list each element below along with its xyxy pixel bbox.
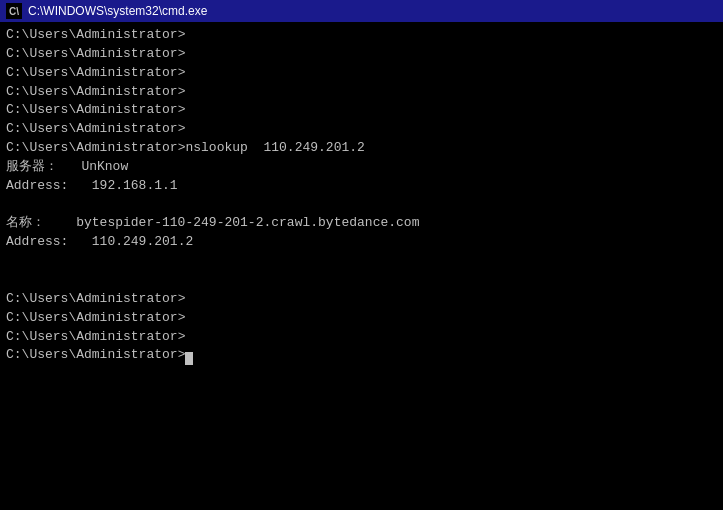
- terminal-line-name: 名称： bytespider-110-249-201-2.crawl.byted…: [6, 214, 717, 233]
- terminal-line-server: 服务器： UnKnow: [6, 158, 717, 177]
- terminal-line: C:\Users\Administrator>: [6, 309, 717, 328]
- terminal-line-address1: Address: 192.168.1.1: [6, 177, 717, 196]
- title-text: C:\WINDOWS\system32\cmd.exe: [28, 4, 207, 18]
- terminal-line-blank2: [6, 252, 717, 271]
- terminal-line-address2: Address: 110.249.201.2: [6, 233, 717, 252]
- terminal-line: C:\Users\Administrator>: [6, 83, 717, 102]
- cmd-icon: C\: [6, 3, 22, 19]
- terminal-window[interactable]: C:\Users\Administrator> C:\Users\Adminis…: [0, 22, 723, 510]
- terminal-line-active[interactable]: C:\Users\Administrator>: [6, 346, 717, 365]
- terminal-line-blank3: [6, 271, 717, 290]
- terminal-line: C:\Users\Administrator>: [6, 26, 717, 45]
- prompt-text: C:\Users\Administrator>: [6, 347, 185, 362]
- terminal-line: C:\Users\Administrator>: [6, 45, 717, 64]
- terminal-line: C:\Users\Administrator>: [6, 101, 717, 120]
- terminal-line: C:\Users\Administrator>: [6, 328, 717, 347]
- title-bar: C\ C:\WINDOWS\system32\cmd.exe: [0, 0, 723, 22]
- terminal-line-blank1: [6, 196, 717, 215]
- cursor: [185, 352, 193, 365]
- terminal-line-nslookup: C:\Users\Administrator>nslookup 110.249.…: [6, 139, 717, 158]
- terminal-line: C:\Users\Administrator>: [6, 290, 717, 309]
- terminal-line: C:\Users\Administrator>: [6, 120, 717, 139]
- terminal-line: C:\Users\Administrator>: [6, 64, 717, 83]
